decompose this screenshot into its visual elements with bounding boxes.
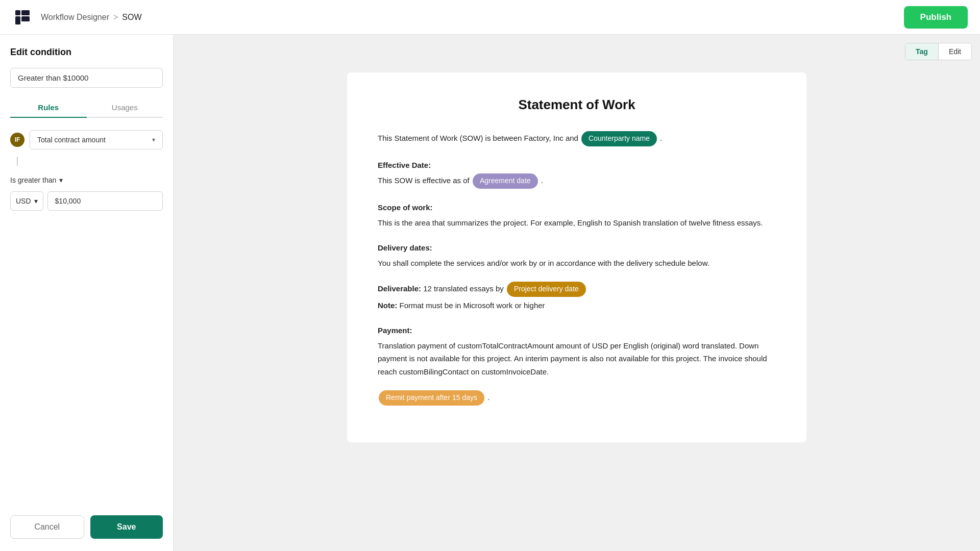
publish-button[interactable]: Publish xyxy=(904,6,968,29)
chevron-down-icon: ▾ xyxy=(152,136,155,143)
doc-effective-date: Effective Date: This SOW is effective as… xyxy=(378,159,776,189)
intro-text: This Statement of Work (SOW) is between … xyxy=(378,134,578,142)
deliverable-text-content: 12 translated essays by xyxy=(423,284,504,293)
header: Workflow Designer > SOW Publish xyxy=(0,0,980,35)
edit-button[interactable]: Edit xyxy=(939,43,971,60)
value-input[interactable] xyxy=(47,191,163,211)
if-badge: IF xyxy=(10,133,24,147)
tab-rules[interactable]: Rules xyxy=(10,98,87,118)
save-button[interactable]: Save xyxy=(90,515,163,539)
doc-delivery: Delivery dates: You shall complete the s… xyxy=(378,241,776,269)
breadcrumb: Workflow Designer > SOW xyxy=(41,13,142,22)
doc-deliverable: Deliverable: 12 translated essays by Pro… xyxy=(378,282,776,312)
operator-button[interactable]: Is greater than ▾ xyxy=(10,176,63,184)
document-card: Statement of Work This Statement of Work… xyxy=(347,72,806,442)
svg-rect-2 xyxy=(21,10,30,15)
payment-text: Translation payment of customTotalContra… xyxy=(378,339,776,379)
breadcrumb-separator: > xyxy=(113,13,118,22)
effective-date-text: This SOW is effective as of xyxy=(378,176,470,185)
doc-remit: Remit payment after 15 days . xyxy=(378,390,776,406)
note-text-content: Format must be in Microsoft work or high… xyxy=(400,301,545,310)
agreement-date-tag[interactable]: Agreement date xyxy=(473,173,538,189)
connector-line xyxy=(17,157,18,166)
delivery-label: Delivery dates: xyxy=(378,243,432,252)
currency-chevron-icon: ▾ xyxy=(34,197,38,205)
value-row: USD ▾ xyxy=(10,191,163,211)
header-left: Workflow Designer > SOW xyxy=(12,7,142,28)
field-select[interactable]: Total contract amount ▾ xyxy=(30,130,163,149)
field-select-wrapper: Total contract amount ▾ xyxy=(30,130,163,149)
svg-rect-3 xyxy=(21,16,30,21)
main-layout: Edit condition Rules Usages IF Total con… xyxy=(0,35,980,551)
document-area: Tag Edit Statement of Work This Statemen… xyxy=(174,35,980,551)
doc-intro: This Statement of Work (SOW) is between … xyxy=(378,131,776,146)
payment-label: Payment: xyxy=(378,326,412,335)
operator-chevron-icon: ▾ xyxy=(59,176,63,184)
currency-label: USD xyxy=(16,197,31,205)
doc-title: Statement of Work xyxy=(378,97,776,113)
breadcrumb-current: SOW xyxy=(122,13,141,22)
breadcrumb-link[interactable]: Workflow Designer xyxy=(41,13,109,22)
doc-toolbar: Tag Edit xyxy=(905,43,972,60)
delivery-text: You shall complete the services and/or w… xyxy=(378,257,776,270)
effective-period: . xyxy=(541,176,543,185)
svg-rect-1 xyxy=(15,16,20,24)
svg-rect-0 xyxy=(15,10,20,15)
doc-payment: Payment: Translation payment of customTo… xyxy=(378,324,776,378)
field-label: Total contract amount xyxy=(37,136,106,144)
project-delivery-tag[interactable]: Project delivery date xyxy=(507,282,586,297)
remit-tag[interactable]: Remit payment after 15 days xyxy=(379,390,484,406)
sidebar-title: Edit condition xyxy=(10,47,163,58)
intro-period: . xyxy=(660,134,662,142)
tabs: Rules Usages xyxy=(10,98,163,118)
doc-scope: Scope of work: This is the area that sum… xyxy=(378,201,776,229)
counterparty-tag[interactable]: Counterparty name xyxy=(581,131,657,146)
scope-text: This is the area that summarizes the pro… xyxy=(378,216,776,230)
condition-name-input[interactable] xyxy=(10,68,163,88)
sidebar-footer: Cancel Save xyxy=(10,505,163,539)
cancel-button[interactable]: Cancel xyxy=(10,515,84,539)
note-label: Note: xyxy=(378,301,397,310)
currency-select[interactable]: USD ▾ xyxy=(10,191,43,211)
tab-usages[interactable]: Usages xyxy=(87,98,163,118)
sidebar: Edit condition Rules Usages IF Total con… xyxy=(0,35,174,551)
if-row: IF Total contract amount ▾ xyxy=(10,130,163,149)
operator-label: Is greater than xyxy=(10,176,56,184)
effective-date-label: Effective Date: xyxy=(378,161,431,169)
scope-label: Scope of work: xyxy=(378,203,433,212)
operator-row: Is greater than ▾ xyxy=(10,176,163,184)
deliverable-label: Deliverable: xyxy=(378,284,421,293)
remit-period: . xyxy=(487,393,489,402)
logo xyxy=(12,7,33,28)
tag-button[interactable]: Tag xyxy=(905,43,938,60)
